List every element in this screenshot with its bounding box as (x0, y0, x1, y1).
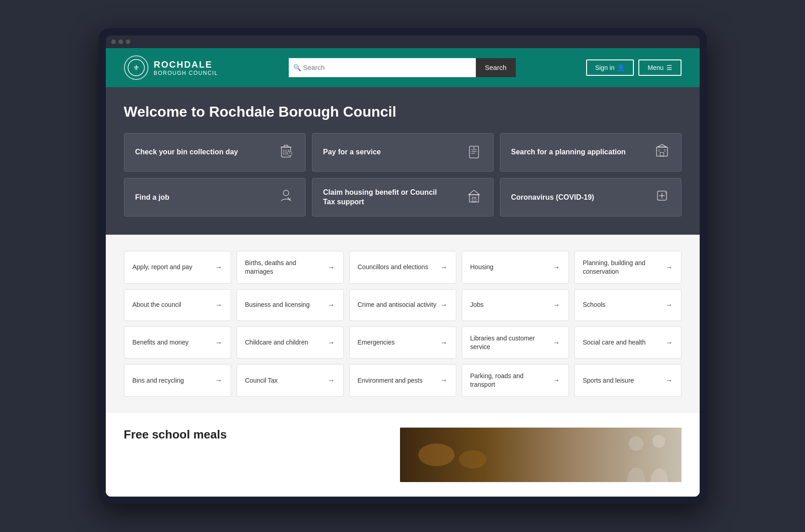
category-label-environment-pests: Environment and pests (358, 376, 437, 385)
category-label-about-council: About the council (133, 300, 212, 309)
quick-link-find-job[interactable]: Find a job (124, 178, 306, 217)
category-card-housing[interactable]: Housing → (462, 251, 569, 284)
browser-dot-2 (119, 39, 123, 44)
logo-text: ROCHDALE BOROUGH COUNCIL (154, 59, 218, 76)
house-icon (466, 187, 482, 207)
category-label-sports-leisure: Sports and leisure (583, 376, 662, 385)
svg-point-39 (652, 435, 665, 448)
category-card-social-care-health[interactable]: Social care and health → (574, 326, 682, 359)
category-card-emergencies[interactable]: Emergencies → (349, 326, 456, 359)
category-card-births-deaths-marriages[interactable]: Births, deaths and marriages → (237, 251, 344, 284)
svg-text:⚜: ⚜ (133, 64, 139, 72)
category-label-libraries-customer: Libraries and customer service (470, 334, 549, 351)
sign-in-button[interactable]: Sign in 👤 (586, 59, 634, 76)
svg-point-38 (629, 436, 643, 451)
hero-section: Welcome to Rochdale Borough Council Chec… (106, 87, 700, 235)
category-arrow-libraries-customer: → (553, 339, 560, 347)
category-card-councillors-elections[interactable]: Councillors and elections → (349, 251, 456, 284)
svg-point-16 (473, 147, 474, 148)
category-label-bins-recycling: Bins and recycling (133, 376, 212, 385)
category-arrow-council-tax: → (328, 376, 335, 384)
browser-dot-1 (111, 39, 116, 44)
search-area: 🔍 Search (289, 58, 516, 77)
category-arrow-bins-recycling: → (215, 376, 222, 384)
category-card-libraries-customer[interactable]: Libraries and customer service → (462, 326, 569, 359)
quick-link-covid[interactable]: Coronavirus (COVID-19) (500, 178, 682, 217)
category-label-social-care-health: Social care and health (583, 338, 662, 347)
category-label-planning-building: Planning, building and conservation (583, 259, 662, 276)
category-card-benefits-money[interactable]: Benefits and money → (124, 326, 231, 359)
logo-area[interactable]: ⚜ ROCHDALE BOROUGH COUNCIL (124, 55, 218, 80)
category-label-business-licensing: Business and licensing (245, 300, 324, 309)
category-arrow-sports-leisure: → (666, 376, 673, 384)
quick-link-covid-label: Coronavirus (COVID-19) (511, 192, 594, 202)
search-icon: 🔍 (293, 64, 301, 71)
category-label-crime-antisocial: Crime and antisocial activity (358, 300, 437, 309)
browser-dot-3 (126, 39, 130, 44)
page-wrapper: ⚜ ROCHDALE BOROUGH COUNCIL 🔍 Search Sign… (106, 48, 700, 497)
council-name: ROCHDALE (154, 59, 218, 70)
svg-marker-28 (469, 190, 479, 195)
quick-link-housing-benefit[interactable]: Claim housing benefit or Council Tax sup… (312, 178, 494, 217)
search-input-wrap: 🔍 (289, 58, 476, 77)
quick-link-pay-service[interactable]: Pay for a service (312, 133, 494, 172)
menu-icon: ☰ (667, 64, 672, 71)
council-sub: BOROUGH COUNCIL (154, 70, 218, 76)
category-arrow-social-care-health: → (666, 339, 673, 347)
category-arrow-schools: → (666, 301, 673, 309)
category-label-childcare-children: Childcare and children (245, 338, 324, 347)
category-arrow-housing: → (553, 263, 560, 271)
device-frame: ⚜ ROCHDALE BOROUGH COUNCIL 🔍 Search Sign… (99, 28, 707, 504)
category-arrow-childcare-children: → (328, 339, 335, 347)
category-label-emergencies: Emergencies (358, 338, 437, 347)
category-arrow-business-licensing: → (328, 301, 335, 309)
category-card-business-licensing[interactable]: Business and licensing → (237, 289, 344, 321)
category-arrow-benefits-money: → (215, 339, 222, 347)
category-card-sports-leisure[interactable]: Sports and leisure → (574, 364, 682, 397)
category-card-apply-report-pay[interactable]: Apply, report and pay → (124, 251, 231, 284)
category-card-crime-antisocial[interactable]: Crime and antisocial activity → (349, 289, 456, 321)
category-card-about-council[interactable]: About the council → (124, 289, 231, 321)
categories-section: Apply, report and pay → Births, deaths a… (106, 235, 700, 413)
svg-marker-19 (657, 144, 667, 147)
quick-link-planning[interactable]: Search for a planning application (500, 133, 682, 172)
category-card-environment-pests[interactable]: Environment and pests → (349, 364, 456, 397)
category-label-benefits-money: Benefits and money (133, 338, 212, 347)
category-label-births-deaths-marriages: Births, deaths and marriages (245, 259, 324, 276)
svg-line-27 (289, 198, 291, 199)
quick-link-housing-benefit-label: Claim housing benefit or Council Tax sup… (323, 187, 443, 207)
covid-icon (654, 187, 670, 207)
svg-point-37 (459, 450, 486, 468)
svg-rect-20 (660, 153, 664, 156)
header-buttons: Sign in 👤 Menu ☰ (586, 59, 682, 76)
category-arrow-crime-antisocial: → (440, 301, 448, 309)
quick-link-planning-label: Search for a planning application (511, 147, 626, 157)
logo-emblem: ⚜ (124, 55, 148, 80)
site-header: ⚜ ROCHDALE BOROUGH COUNCIL 🔍 Search Sign… (106, 48, 700, 87)
category-label-apply-report-pay: Apply, report and pay (133, 263, 212, 271)
category-card-planning-building[interactable]: Planning, building and conservation → (574, 251, 682, 284)
category-label-jobs: Jobs (470, 300, 549, 309)
category-card-council-tax[interactable]: Council Tax → (237, 364, 344, 397)
category-card-parking-roads[interactable]: Parking, roads and transport → (462, 364, 569, 397)
svg-point-36 (418, 443, 454, 466)
news-text-area: Free school meals (124, 428, 400, 482)
category-card-schools[interactable]: Schools → (574, 289, 682, 321)
svg-point-10 (287, 151, 292, 156)
search-input[interactable] (289, 58, 476, 77)
news-section: Free school meals (106, 413, 700, 497)
search-button[interactable]: Search (476, 58, 516, 77)
svg-rect-13 (469, 146, 479, 158)
quick-link-bin-collection[interactable]: Check your bin collection day (124, 133, 306, 172)
category-card-childcare-children[interactable]: Childcare and children → (237, 326, 344, 359)
quick-links-grid: Check your bin collection day (124, 133, 682, 217)
category-arrow-planning-building: → (666, 263, 673, 271)
category-arrow-councillors-elections: → (440, 263, 448, 271)
category-card-jobs[interactable]: Jobs → (462, 289, 569, 321)
category-card-bins-recycling[interactable]: Bins and recycling → (124, 364, 231, 397)
svg-point-25 (283, 190, 289, 196)
menu-button[interactable]: Menu ☰ (638, 59, 681, 76)
quick-link-bin-collection-label: Check your bin collection day (135, 147, 238, 157)
category-arrow-about-council: → (215, 301, 222, 309)
quick-link-find-job-label: Find a job (135, 192, 170, 202)
